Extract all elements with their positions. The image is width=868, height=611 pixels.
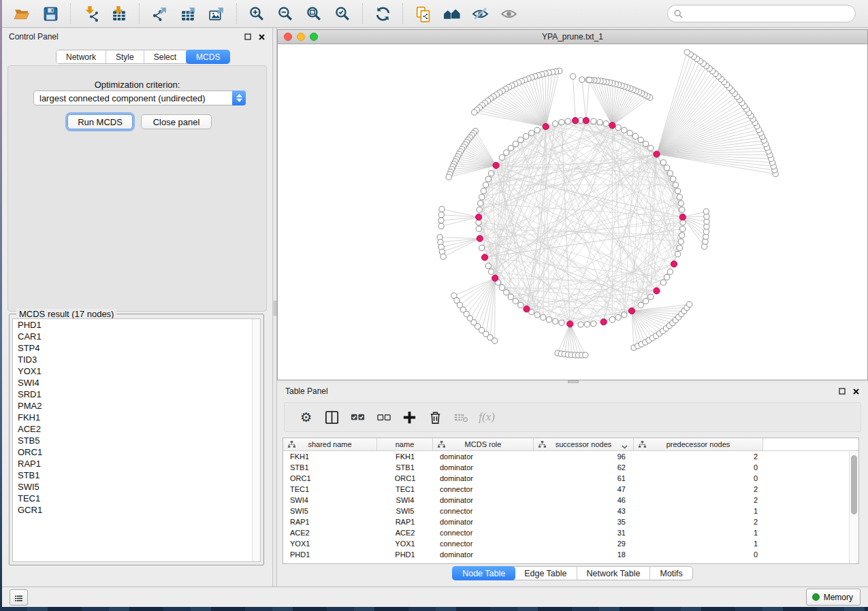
table-cell: SWI4 — [283, 496, 377, 504]
mcds-result-item[interactable]: FKH1 — [13, 412, 260, 423]
clone-network-button[interactable] — [408, 2, 437, 25]
table-cell: TEC1 — [377, 485, 433, 493]
close-panel-icon[interactable] — [258, 33, 266, 41]
import-network-button[interactable] — [76, 2, 105, 25]
vertical-splitter[interactable] — [272, 28, 277, 587]
table-row[interactable]: STB1STB1dominator620 — [283, 462, 858, 473]
function-builder-button[interactable]: f(x) — [475, 406, 498, 429]
table-cell: 2 — [634, 518, 763, 526]
mcds-result-item[interactable]: SWI4 — [13, 377, 260, 389]
open-file-button[interactable] — [7, 2, 36, 25]
zoom-fit-button[interactable] — [300, 2, 328, 25]
mcds-result-list[interactable]: PHD1CAR1STP4TID3YOX1SWI4SRD1PMA2FKH1ACE2… — [12, 318, 261, 562]
trash-icon — [428, 410, 443, 425]
table-row[interactable]: YOX1YOX1connector291 — [283, 538, 858, 549]
table-cell: YOX1 — [283, 540, 377, 548]
tab-motifs[interactable]: Motifs — [650, 567, 692, 580]
tab-select[interactable]: Select — [144, 50, 187, 63]
import-table-button[interactable] — [105, 2, 133, 25]
float-panel-icon[interactable] — [839, 388, 846, 395]
export-image-button[interactable] — [202, 2, 231, 25]
table-row[interactable]: TEC1TEC1connector472 — [283, 484, 858, 495]
mcds-result-item[interactable]: TID3 — [13, 354, 260, 365]
network-graph[interactable] — [278, 44, 867, 380]
mcds-list-scrollbar[interactable] — [252, 319, 260, 561]
table-row[interactable]: ACE2ACE2connector311 — [283, 527, 858, 538]
network-canvas[interactable] — [278, 44, 867, 380]
column-header-shared-name[interactable]: shared name — [283, 438, 377, 450]
mcds-result-item[interactable]: ORC1 — [13, 446, 260, 458]
table-settings-button[interactable]: ⚙ — [294, 406, 317, 429]
task-history-button[interactable] — [10, 589, 28, 606]
tab-network[interactable]: Network — [57, 50, 106, 63]
zoom-selected-button[interactable] — [328, 2, 357, 25]
criterion-dropdown[interactable]: largest connected component (undirected) — [33, 90, 246, 105]
column-label: shared name — [308, 440, 351, 448]
mcds-result-item[interactable]: CAR1 — [13, 331, 260, 342]
table-scrollbar[interactable] — [849, 452, 858, 564]
table-scrollbar-thumb[interactable] — [851, 455, 857, 514]
table-row[interactable]: SWI4SWI4dominator462 — [283, 495, 858, 506]
hide-graphics-details-button[interactable] — [466, 2, 494, 25]
table-row[interactable]: RAP1RAP1dominator352 — [283, 516, 858, 527]
mcds-result-item[interactable]: PHD1 — [13, 319, 260, 331]
show-graphics-details-button[interactable] — [494, 2, 523, 25]
search-input[interactable] — [667, 5, 856, 22]
export-table-button[interactable] — [174, 2, 202, 25]
mcds-result-item[interactable]: ACE2 — [13, 423, 260, 435]
column-header-name[interactable]: name — [377, 438, 433, 450]
table-cell: STB1 — [283, 463, 377, 472]
close-panel-icon[interactable] — [852, 388, 860, 395]
mcds-result-item[interactable]: STB5 — [13, 435, 260, 446]
mcds-result-item[interactable]: RAP1 — [13, 458, 260, 469]
create-column-button[interactable] — [398, 406, 421, 429]
tab-edge-table[interactable]: Edge Table — [515, 567, 577, 580]
save-session-button[interactable] — [36, 2, 65, 25]
column-type-icon — [539, 441, 546, 450]
run-mcds-button[interactable]: Run MCDS — [67, 114, 133, 129]
column-header-successor-nodes[interactable]: successor nodes — [534, 438, 634, 450]
mcds-result-item[interactable]: GCR1 — [13, 504, 260, 516]
table-row[interactable]: PHD1PHD1dominator180 — [283, 549, 858, 560]
network-window-titlebar[interactable]: YPA_prune.txt_1 — [278, 30, 867, 44]
table-cell: 1 — [634, 540, 763, 548]
list-icon — [15, 594, 22, 601]
first-neighbors-button[interactable] — [437, 2, 466, 25]
table-row[interactable]: SWI5SWI5connector431 — [283, 506, 858, 516]
export-network-button[interactable] — [145, 2, 174, 25]
table-cell: PHD1 — [377, 550, 433, 559]
close-panel-button[interactable]: Close panel — [141, 114, 212, 129]
mcds-result-item[interactable]: SRD1 — [13, 389, 260, 400]
tab-node-table[interactable]: Node Table — [452, 566, 515, 580]
select-all-button[interactable] — [346, 406, 369, 429]
splitter-grip[interactable] — [274, 301, 276, 316]
column-label: successor nodes — [556, 440, 612, 448]
memory-button[interactable]: Memory — [806, 589, 861, 606]
table-row[interactable]: FKH1FKH1dominator962 — [283, 451, 858, 462]
tab-mcds[interactable]: MCDS — [186, 50, 230, 64]
delete-column-button[interactable] — [423, 406, 447, 429]
mcds-result-item[interactable]: STP4 — [13, 342, 260, 354]
float-panel-icon[interactable] — [244, 33, 252, 41]
deselect-all-button[interactable] — [372, 406, 395, 429]
show-columns-button[interactable] — [320, 406, 343, 429]
zoom-out-button[interactable] — [271, 2, 300, 25]
mcds-result-item[interactable]: STB1 — [13, 469, 260, 481]
first-neighbors-icon — [443, 5, 460, 22]
tab-style[interactable]: Style — [106, 50, 144, 63]
tab-network-table[interactable]: Network Table — [577, 567, 651, 580]
columns-icon — [324, 410, 340, 425]
delete-table-button[interactable] — [449, 406, 472, 429]
column-header-predecessor-nodes[interactable]: predecessor nodes — [634, 438, 763, 450]
column-header-MCDS-role[interactable]: MCDS role — [433, 438, 534, 450]
search-text[interactable] — [687, 9, 855, 18]
table-row[interactable]: ORC1ORC1dominator610 — [283, 473, 858, 484]
mcds-result-item[interactable]: PMA2 — [13, 400, 260, 412]
mcds-result-item[interactable]: YOX1 — [13, 365, 260, 377]
main-toolbar — [2, 0, 868, 28]
mcds-result-item[interactable]: TEC1 — [13, 493, 260, 504]
refresh-view-button[interactable] — [368, 2, 397, 25]
mcds-result-item[interactable]: SWI5 — [13, 481, 260, 493]
zoom-in-button[interactable] — [242, 2, 271, 25]
node-table[interactable]: shared namenameMCDS rolesuccessor nodesp… — [283, 437, 859, 564]
